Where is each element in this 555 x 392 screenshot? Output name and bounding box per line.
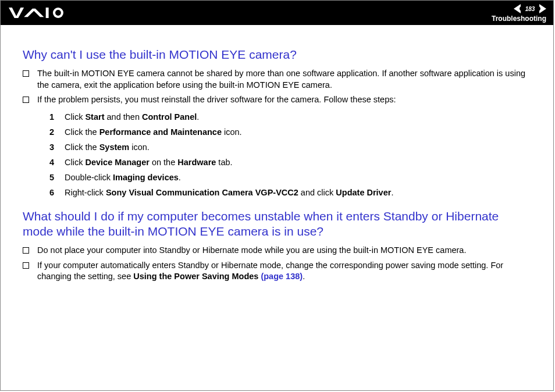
bullet-icon (23, 97, 29, 103)
step-text: Double-click Imaging devices. (65, 170, 181, 185)
step-6: 6 Right-click Sony Visual Communication … (49, 185, 531, 200)
header-bar: 183 Troubleshooting (1, 1, 553, 25)
header-right: 183 Troubleshooting (492, 3, 546, 23)
section-label: Troubleshooting (492, 15, 546, 23)
step-4: 4 Click Device Manager on the Hardware t… (49, 155, 531, 170)
step-number: 6 (49, 185, 65, 200)
step-text: Right-click Sony Visual Communication Ca… (65, 185, 393, 200)
q2-bullet-2: If your computer automatically enters St… (23, 260, 531, 283)
step-number: 2 (49, 124, 65, 140)
q1-bullet-2-text: If the problem persists, you must reinst… (37, 94, 531, 106)
step-number: 4 (49, 155, 65, 170)
step-text: Click Device Manager on the Hardware tab… (65, 155, 233, 170)
q2-bullet-1-text: Do not place your computer into Standby … (37, 245, 531, 256)
steps-list: 1 Click Start and then Control Panel. 2 … (49, 109, 531, 201)
q2-bullet-2-text: If your computer automatically enters St… (37, 260, 531, 283)
step-text: Click Start and then Control Panel. (65, 109, 199, 124)
question-1-title: Why can't I use the built-in MOTION EYE … (23, 47, 531, 62)
step-text: Click the System icon. (65, 140, 150, 155)
step-1: 1 Click Start and then Control Panel. (49, 109, 531, 124)
svg-point-2 (55, 10, 61, 16)
bullet-icon (23, 70, 29, 77)
page-number-badge: 183 (514, 4, 546, 13)
question-2-title: What should I do if my computer becomes … (23, 209, 531, 240)
vaio-logo (9, 8, 66, 18)
step-number: 1 (49, 109, 65, 124)
q2-bullet-1: Do not place your computer into Standby … (23, 245, 531, 256)
step-number: 5 (49, 170, 65, 185)
bullet-icon (23, 247, 29, 254)
step-text: Click the Performance and Maintenance ic… (65, 124, 242, 140)
svg-rect-0 (46, 8, 49, 18)
q1-bullet-1: The built-in MOTION EYE camera cannot be… (23, 68, 531, 91)
page-reference-link[interactable]: (page 138) (261, 272, 303, 281)
step-2: 2 Click the Performance and Maintenance … (49, 124, 531, 140)
step-3: 3 Click the System icon. (49, 140, 531, 155)
page-frame: 183 Troubleshooting Why can't I use the … (0, 0, 554, 391)
content-area: Why can't I use the built-in MOTION EYE … (1, 25, 553, 283)
q1-bullet-1-text: The built-in MOTION EYE camera cannot be… (37, 68, 531, 91)
bullet-icon (23, 262, 29, 269)
step-number: 3 (49, 140, 65, 155)
step-5: 5 Double-click Imaging devices. (49, 170, 531, 185)
page-number: 183 (514, 6, 546, 12)
q1-bullet-2: If the problem persists, you must reinst… (23, 94, 531, 106)
